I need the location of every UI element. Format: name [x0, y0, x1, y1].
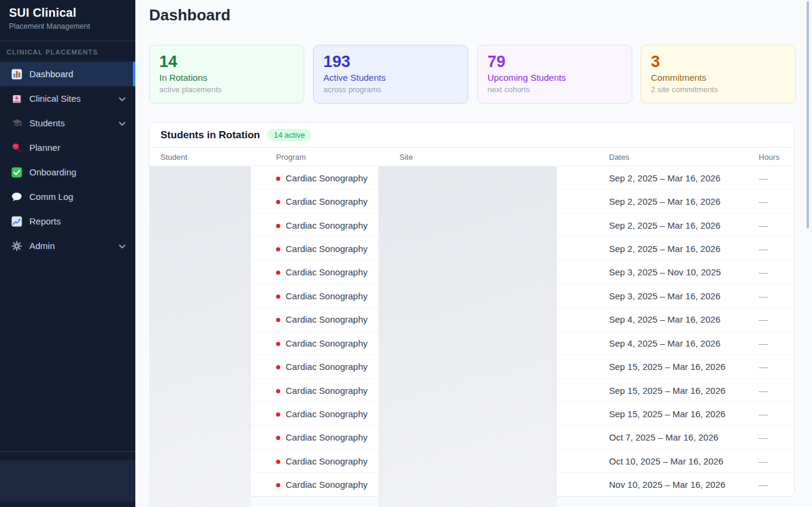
stat-sublabel: 2 site commitments [651, 85, 786, 94]
program-status-dot [276, 271, 280, 275]
program-name: Cardiac Sonography [286, 385, 368, 396]
stat-sublabel: active placements [159, 85, 294, 94]
stat-label: Commitments [651, 72, 786, 83]
program-status-dot [276, 389, 280, 393]
hours-cell: — [759, 314, 794, 324]
stat-value: 79 [487, 53, 622, 71]
active-count-badge: 14 active [267, 129, 311, 141]
brand-subtitle: Placement Management [9, 22, 126, 31]
sidebar-item-clinical-sites[interactable]: Clinical Sites [0, 86, 135, 111]
speech-bubble-icon [11, 191, 23, 203]
dates-cell: Sep 2, 2025 – Mar 16, 2026 [609, 244, 759, 254]
program-status-dot [276, 177, 280, 181]
table-column-headers: Student Program Site Dates Hours [150, 148, 794, 166]
dates-cell: Oct 7, 2025 – Mar 16, 2026 [609, 432, 759, 442]
program-name: Cardiac Sonography [286, 220, 368, 230]
panel-header: Students in Rotation 14 active [150, 123, 794, 148]
hours-cell: — [759, 479, 794, 490]
program-name: Cardiac Sonography [286, 456, 368, 466]
dates-cell: Sep 3, 2025 – Mar 16, 2026 [609, 291, 759, 301]
check-icon [11, 166, 23, 178]
stat-value: 3 [651, 53, 786, 71]
sidebar-item-admin[interactable]: Admin [0, 233, 135, 258]
sidebar-divider [0, 41, 135, 41]
dates-cell: Sep 2, 2025 – Mar 16, 2026 [609, 173, 759, 183]
dates-cell: Sep 4, 2025 – Mar 16, 2026 [609, 338, 759, 348]
program-name: Cardiac Sonography [286, 314, 368, 324]
dates-cell: Sep 15, 2025 – Mar 16, 2026 [609, 385, 759, 396]
redacted-site-column [378, 166, 557, 507]
program-status-dot [276, 460, 280, 464]
program-name: Cardiac Sonography [286, 244, 368, 254]
program-status-dot [276, 483, 280, 487]
chart-up-icon [11, 215, 23, 227]
stat-value: 14 [159, 53, 294, 71]
hours-cell: — [759, 244, 794, 254]
stat-card-upcoming-students[interactable]: 79 Upcoming Students next cohorts [477, 45, 632, 104]
hours-cell: — [759, 173, 794, 183]
bar-chart-icon [11, 68, 23, 80]
chevron-down-icon [119, 241, 126, 251]
chevron-down-icon [119, 118, 126, 129]
dates-cell: Nov 10, 2025 – Mar 16, 2026 [609, 479, 759, 490]
sidebar-item-students[interactable]: Students [0, 111, 135, 135]
sidebar-item-label: Planner [29, 142, 60, 153]
stat-label: Upcoming Students [487, 72, 622, 83]
program-name: Cardiac Sonography [286, 196, 368, 207]
sidebar-user-panel [0, 460, 135, 502]
sidebar-section-label: CLINICAL PLACEMENTS [7, 48, 98, 56]
hours-cell: — [759, 385, 794, 396]
program-status-dot [276, 200, 280, 204]
sidebar: SUI Clinical Placement Management CLINIC… [0, 0, 135, 507]
pushpin-icon [11, 142, 23, 154]
column-header-dates: Dates [609, 153, 759, 162]
dates-cell: Oct 10, 2025 – Mar 16, 2026 [609, 456, 759, 466]
program-status-dot [276, 247, 280, 251]
stat-sublabel: next cohorts [487, 85, 622, 94]
dates-cell: Sep 15, 2025 – Mar 16, 2026 [609, 409, 759, 419]
brand: SUI Clinical Placement Management [0, 0, 135, 31]
program-status-dot [276, 295, 280, 299]
sidebar-item-comm-log[interactable]: Comm Log [0, 184, 135, 209]
stat-value: 193 [323, 53, 458, 71]
page-scrollbar-thumb[interactable] [807, 1, 809, 229]
program-name: Cardiac Sonography [286, 409, 368, 419]
sidebar-item-label: Admin [29, 241, 55, 251]
stat-label: In Rotations [159, 72, 294, 83]
stat-card-commitments[interactable]: 3 Commitments 2 site commitments [641, 45, 796, 104]
brand-title: SUI Clinical [9, 6, 126, 20]
hours-cell: — [759, 291, 794, 301]
sidebar-item-label: Onboarding [29, 167, 76, 177]
dates-cell: Sep 3, 2025 – Nov 10, 2025 [609, 267, 759, 277]
hours-cell: — [759, 409, 794, 419]
dates-cell: Sep 4, 2025 – Mar 16, 2026 [609, 314, 759, 324]
program-name: Cardiac Sonography [286, 432, 368, 442]
sidebar-item-planner[interactable]: Planner [0, 135, 135, 160]
stat-card-in-rotations[interactable]: 14 In Rotations active placements [149, 45, 304, 104]
program-status-dot [276, 224, 280, 228]
sidebar-nav: Dashboard Clinical Sites Students [0, 62, 135, 258]
sidebar-item-reports[interactable]: Reports [0, 209, 135, 233]
sidebar-item-label: Reports [29, 216, 61, 226]
sidebar-bottom-divider [0, 451, 135, 452]
dates-cell: Sep 2, 2025 – Mar 16, 2026 [609, 220, 759, 230]
sidebar-item-dashboard[interactable]: Dashboard [0, 62, 135, 86]
program-name: Cardiac Sonography [286, 338, 368, 348]
program-name: Cardiac Sonography [286, 479, 368, 490]
program-name: Cardiac Sonography [286, 173, 368, 183]
sidebar-item-label: Dashboard [29, 69, 73, 79]
dates-cell: Sep 2, 2025 – Mar 16, 2026 [609, 196, 759, 207]
program-status-dot [276, 436, 280, 440]
hours-cell: — [759, 220, 794, 230]
hours-cell: — [759, 338, 794, 348]
stat-sublabel: across programs [323, 85, 458, 94]
program-status-dot [276, 318, 280, 322]
program-status-dot [276, 342, 280, 346]
program-name: Cardiac Sonography [286, 291, 368, 301]
chevron-down-icon [119, 93, 126, 104]
stat-card-active-students[interactable]: 193 Active Students across programs [313, 45, 468, 104]
column-header-hours: Hours [759, 153, 794, 162]
sidebar-item-onboarding[interactable]: Onboarding [0, 160, 135, 184]
graduation-cap-icon [11, 117, 23, 129]
column-header-site: Site [399, 153, 609, 162]
